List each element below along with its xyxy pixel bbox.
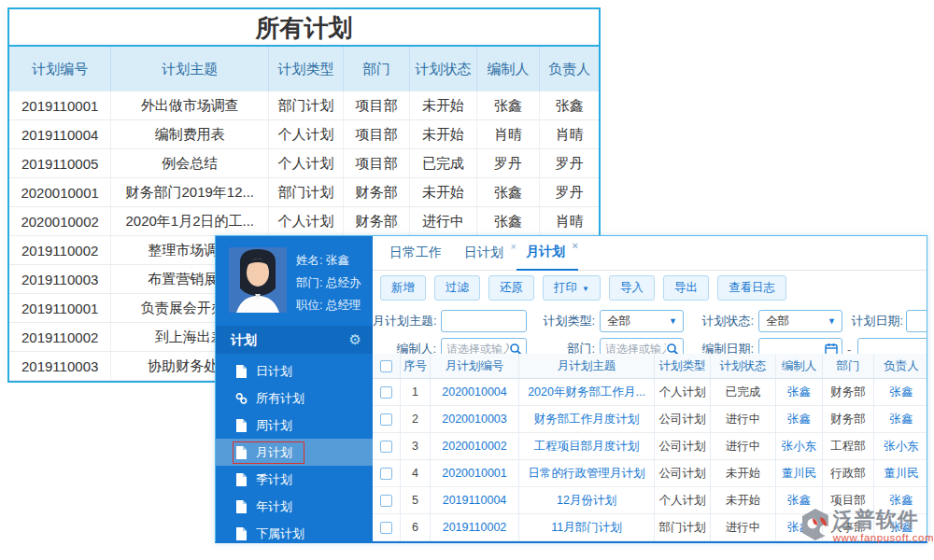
sidebar-item-季计划[interactable]: 季计划 bbox=[216, 466, 373, 493]
row-checkbox[interactable] bbox=[380, 386, 392, 399]
table-row[interactable]: 22020010003财务部工作月度计划公司计划进行中张鑫财务部张鑫 bbox=[373, 406, 927, 433]
fg-column-header: 计划状态 bbox=[711, 354, 776, 378]
row-checkbox[interactable] bbox=[380, 468, 392, 480]
fg-cell-link[interactable]: 董川民 bbox=[776, 460, 823, 486]
table-row[interactable]: 2019110005例会总结个人计划项目部已完成罗丹罗丹 bbox=[9, 149, 599, 178]
查看日志-button[interactable]: 查看日志 bbox=[717, 275, 786, 301]
导出-button[interactable]: 导出 bbox=[663, 275, 709, 301]
还原-button[interactable]: 还原 bbox=[488, 275, 534, 301]
fg-cell-link[interactable]: 张鑫 bbox=[874, 379, 927, 405]
bg-cell: 肖晴 bbox=[540, 120, 599, 148]
bg-cell: 2019110002 bbox=[9, 323, 111, 351]
bg-column-header: 计划主题 bbox=[111, 47, 269, 91]
sidebar-item-日计划[interactable]: 日计划 bbox=[216, 357, 373, 385]
fg-cell-link[interactable]: 2019110004 bbox=[431, 487, 519, 513]
fg-cell-link[interactable]: 工程项目部月度计划 bbox=[519, 433, 655, 459]
sidebar-item-label: 所有计划 bbox=[256, 390, 304, 407]
filter-plandate-input[interactable] bbox=[907, 311, 927, 331]
fg-cell-link[interactable]: 12月份计划 bbox=[519, 487, 655, 513]
screen: 所有计划 计划编号计划主题计划类型部门计划状态编制人负责人 2019110001… bbox=[0, 0, 934, 560]
sidebar-item-label: 下属计划 bbox=[256, 525, 304, 542]
sidebar-item-下属计划[interactable]: 下属计划 bbox=[216, 520, 373, 543]
bg-cell: 罗丹 bbox=[540, 178, 599, 206]
select-all-checkbox[interactable] bbox=[380, 360, 392, 372]
fg-cell-link[interactable]: 2019110002 bbox=[431, 514, 519, 540]
table-row[interactable]: 2019110004编制费用表个人计划项目部未开始肖晴肖晴 bbox=[9, 120, 599, 149]
fg-cell-link[interactable]: 张小东 bbox=[874, 433, 927, 459]
fg-cell-link[interactable]: 张鑫 bbox=[874, 406, 927, 432]
新增-button[interactable]: 新增 bbox=[380, 275, 426, 301]
bg-column-header: 编制人 bbox=[477, 47, 541, 91]
fg-column-header: 月计划主题 bbox=[519, 354, 655, 378]
fg-cell-link[interactable]: 2020010003 bbox=[431, 406, 519, 432]
bg-cell: 进行中 bbox=[410, 207, 477, 235]
fg-cell-link[interactable]: 2020010002 bbox=[431, 433, 519, 459]
fg-cell-link[interactable]: 董川民 bbox=[874, 460, 927, 486]
fg-cell-link[interactable]: 日常的行政管理月计划 bbox=[519, 460, 655, 486]
fg-cell-link[interactable]: 11月部门计划 bbox=[519, 514, 655, 540]
filter-type-select[interactable]: 全部 ▼ bbox=[600, 310, 684, 332]
bg-cell: 2019110003 bbox=[9, 352, 111, 380]
fg-cell: 公司计划 bbox=[655, 460, 711, 486]
menu-item-wrap: 月计划 bbox=[233, 441, 304, 464]
menu-item-wrap: 下属计划 bbox=[233, 523, 317, 544]
sidebar-section-plan[interactable]: 计划 ⚙ bbox=[216, 326, 373, 354]
row-checkbox[interactable] bbox=[380, 441, 392, 453]
row-checkbox[interactable] bbox=[380, 413, 392, 426]
tab-日计划[interactable]: 日计划× bbox=[455, 245, 517, 270]
table-row[interactable]: 2019110001外出做市场调查部门计划项目部未开始张鑫张鑫 bbox=[9, 91, 599, 120]
gear-icon[interactable]: ⚙ bbox=[349, 326, 361, 354]
filter-subject-input[interactable] bbox=[442, 311, 526, 331]
bg-cell: 2019110001 bbox=[9, 294, 111, 322]
tab-bar: 日常工作日计划×月计划× bbox=[373, 236, 927, 271]
bg-cell: 未开始 bbox=[410, 91, 477, 119]
bg-cell: 未开始 bbox=[410, 120, 477, 148]
sidebar-item-所有计划[interactable]: 所有计划 bbox=[216, 385, 373, 412]
tab-日常工作[interactable]: 日常工作 bbox=[380, 245, 455, 270]
sidebar-item-月计划[interactable]: 月计划 bbox=[216, 439, 373, 466]
fg-cell-link[interactable]: 2020010001 bbox=[431, 460, 519, 486]
chevron-down-icon: ▼ bbox=[828, 316, 836, 326]
select-all-cell bbox=[373, 354, 401, 378]
table-row[interactable]: 42020010001日常的行政管理月计划公司计划未开始董川民行政部董川民 bbox=[373, 460, 927, 487]
过滤-button[interactable]: 过滤 bbox=[434, 275, 480, 301]
sidebar-item-年计划[interactable]: 年计划 bbox=[216, 493, 373, 520]
table-row[interactable]: 20200100022020年1月2日的工...个人计划财务部进行中张鑫肖晴 bbox=[9, 207, 599, 236]
file-icon bbox=[235, 365, 248, 378]
打印-button[interactable]: 打印▼ bbox=[543, 275, 601, 301]
vendor-url: www.fanpusoft.com bbox=[833, 532, 934, 543]
fg-cell-link[interactable]: 张鑫 bbox=[776, 406, 823, 432]
fg-cell: 3 bbox=[401, 433, 431, 459]
bg-cell: 未开始 bbox=[410, 178, 477, 206]
table-row[interactable]: 32020010002工程项目部月度计划公司计划进行中张小东工程部张小东 bbox=[373, 433, 927, 460]
row-select-cell bbox=[373, 487, 401, 513]
fg-cell-link[interactable]: 2020010004 bbox=[431, 379, 519, 405]
table-row[interactable]: 2020010001财务部门2019年12...部门计划财务部未开始张鑫罗丹 bbox=[9, 178, 599, 207]
filter-status-select[interactable]: 全部 ▼ bbox=[758, 310, 842, 332]
tab-月计划[interactable]: 月计划× bbox=[517, 244, 578, 271]
fg-cell-link[interactable]: 2020年财务部工作月... bbox=[519, 379, 655, 405]
fg-column-header: 编制人 bbox=[776, 354, 823, 378]
row-checkbox[interactable] bbox=[380, 522, 392, 534]
fg-cell: 部门计划 bbox=[655, 514, 711, 540]
fg-cell-link[interactable]: 张小东 bbox=[776, 433, 823, 459]
row-checkbox[interactable] bbox=[380, 495, 392, 507]
vendor-watermark: 泛普软件 www.fanpusoft.com bbox=[800, 508, 934, 543]
file-icon bbox=[235, 446, 248, 459]
fg-cell: 工程部 bbox=[823, 433, 874, 459]
filter-type-label: 计划类型: bbox=[539, 310, 595, 332]
fg-cell-link[interactable]: 财务部工作月度计划 bbox=[519, 406, 655, 432]
bg-cell: 张鑫 bbox=[477, 178, 541, 206]
menu-item-wrap: 日计划 bbox=[233, 360, 304, 383]
filter-plandate-label: 计划日期: bbox=[849, 310, 903, 332]
导入-button[interactable]: 导入 bbox=[609, 275, 655, 301]
bg-column-header: 部门 bbox=[344, 47, 411, 91]
close-icon[interactable]: × bbox=[573, 240, 578, 251]
bg-column-header: 计划类型 bbox=[269, 47, 344, 91]
fg-column-header: 序号 bbox=[401, 354, 431, 378]
table-row[interactable]: 120200100042020年财务部工作月...个人计划已完成张鑫财务部张鑫 bbox=[373, 379, 927, 406]
fg-cell-link[interactable]: 张鑫 bbox=[776, 379, 823, 405]
fg-cell: 进行中 bbox=[711, 433, 776, 459]
sidebar-item-周计划[interactable]: 周计划 bbox=[216, 412, 373, 439]
toolbar: 新增过滤还原打印▼导入导出查看日志 bbox=[373, 271, 927, 304]
